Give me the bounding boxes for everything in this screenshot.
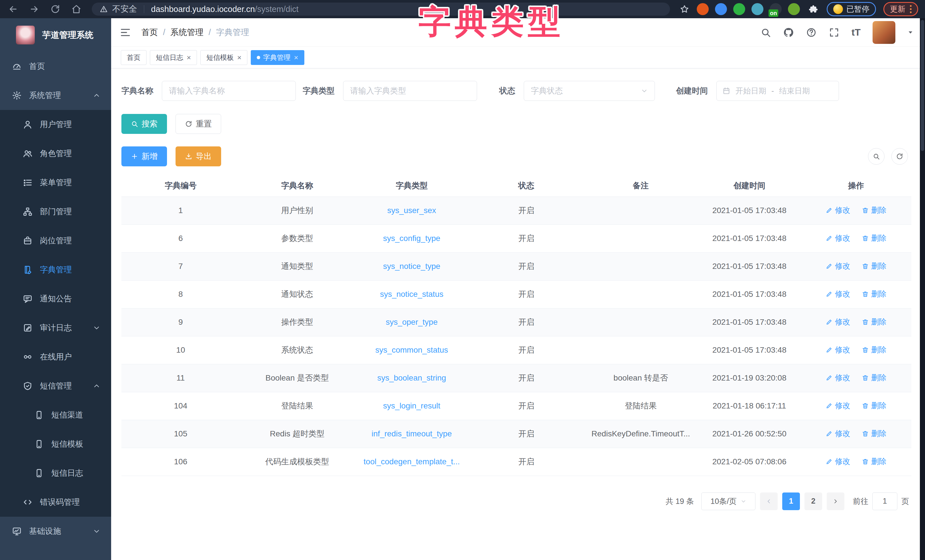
cell-type-link[interactable]: sys_common_status	[354, 336, 469, 364]
help-icon[interactable]	[806, 27, 817, 38]
cell-type-link[interactable]: sys_user_sex	[354, 197, 469, 224]
edit-link[interactable]: 修改	[826, 345, 850, 355]
refresh-table-button[interactable]	[891, 148, 908, 165]
address-bar[interactable]: 不安全 dashboard.yudao.iocoder.cn/system/di…	[92, 3, 670, 16]
sidebar-item[interactable]: 在线用户	[0, 342, 111, 372]
github-icon[interactable]	[783, 27, 794, 38]
font-size-icon[interactable]: tT	[851, 27, 860, 38]
dict-name-input[interactable]	[162, 81, 296, 101]
sidebar-item[interactable]: 基础设施	[0, 517, 111, 546]
sidebar-item[interactable]: 字典管理	[0, 255, 111, 284]
page-button[interactable]: 2	[804, 492, 822, 510]
reload-icon[interactable]	[50, 4, 60, 14]
extension-icon[interactable]: on	[770, 3, 782, 15]
tab[interactable]: 短信日志 ×	[150, 50, 197, 65]
hamburger-icon[interactable]	[120, 27, 131, 38]
tab[interactable]: 首页 ×	[121, 50, 146, 65]
sidebar-item[interactable]: 岗位管理	[0, 226, 111, 255]
sidebar-item[interactable]: 短信渠道	[0, 400, 111, 429]
avatar[interactable]	[872, 21, 895, 44]
fullscreen-icon[interactable]	[829, 27, 839, 38]
forward-icon[interactable]	[29, 4, 39, 14]
cell-type-link[interactable]: sys_notice_type	[354, 252, 469, 280]
delete-link[interactable]: 删除	[862, 233, 887, 243]
delete-link[interactable]: 删除	[862, 456, 887, 467]
edit-link[interactable]: 修改	[826, 317, 850, 327]
export-button[interactable]: 导出	[176, 146, 221, 166]
extension-icon[interactable]	[788, 3, 800, 15]
search-icon[interactable]	[760, 27, 771, 38]
status-select[interactable]: 字典状态	[524, 81, 655, 101]
sidebar-item[interactable]: 审计日志	[0, 313, 111, 342]
page-button[interactable]: 1	[782, 492, 800, 510]
next-page-button[interactable]	[827, 492, 844, 510]
cell-type-link[interactable]: sys_login_result	[354, 392, 469, 420]
sidebar-item[interactable]: 短信日志	[0, 459, 111, 488]
paused-pill[interactable]: 已暂停	[827, 2, 876, 16]
delete-link[interactable]: 删除	[862, 289, 887, 299]
sidebar-item[interactable]: 系统管理	[0, 81, 111, 110]
cell-type-link[interactable]: sys_notice_status	[354, 280, 469, 308]
tab[interactable]: 短信模板 ×	[200, 50, 247, 65]
sidebar-item[interactable]: 短信模板	[0, 429, 111, 459]
reset-button[interactable]: 重置	[176, 114, 221, 134]
dict-icon	[23, 265, 33, 275]
edit-link[interactable]: 修改	[826, 428, 850, 439]
delete-link[interactable]: 删除	[862, 373, 887, 383]
close-icon[interactable]: ×	[187, 54, 191, 61]
dict-type-input[interactable]	[343, 81, 477, 101]
extension-icon[interactable]	[697, 3, 709, 15]
caret-down-icon[interactable]	[907, 29, 914, 36]
scrollbar[interactable]	[920, 18, 925, 560]
edit-link[interactable]: 修改	[826, 233, 850, 243]
search-button[interactable]: 搜索	[121, 114, 167, 134]
show-search-button[interactable]	[868, 148, 884, 165]
delete-link[interactable]: 删除	[862, 317, 887, 327]
sidebar-item[interactable]: 错误码管理	[0, 488, 111, 517]
scrollbar-thumb[interactable]	[921, 20, 924, 151]
cell-type-link[interactable]: tool_codegen_template_t...	[354, 448, 469, 476]
delete-link[interactable]: 删除	[862, 400, 887, 411]
back-icon[interactable]	[8, 4, 18, 14]
delete-link[interactable]: 删除	[862, 261, 887, 271]
sidebar-item[interactable]: 短信管理	[0, 372, 111, 400]
prev-page-button[interactable]	[760, 492, 778, 510]
sidebar-item[interactable]: 菜单管理	[0, 168, 111, 197]
app-logo-row[interactable]: 芋道管理系统	[0, 18, 111, 52]
browser-menu-icon[interactable]	[910, 5, 911, 13]
delete-link[interactable]: 删除	[862, 428, 887, 439]
sidebar-item[interactable]: 部门管理	[0, 197, 111, 226]
sidebar-item[interactable]: 首页	[0, 52, 111, 81]
goto-page-input[interactable]	[872, 492, 897, 510]
update-button[interactable]: 更新	[883, 2, 918, 16]
edit-link[interactable]: 修改	[826, 289, 850, 299]
edit-link[interactable]: 修改	[826, 261, 850, 271]
sidebar-item[interactable]: 通知公告	[0, 284, 111, 313]
extension-icon[interactable]	[733, 3, 745, 15]
breadcrumb-home[interactable]: 首页	[142, 27, 158, 38]
sidebar-item[interactable]: 用户管理	[0, 110, 111, 139]
add-button[interactable]: 新增	[121, 146, 167, 166]
cell-type-link[interactable]: sys_config_type	[354, 224, 469, 252]
home-icon[interactable]	[71, 4, 81, 14]
cell-type-link[interactable]: sys_boolean_string	[354, 364, 469, 392]
extensions-puzzle-icon[interactable]	[807, 3, 819, 15]
date-range-picker[interactable]: 开始日期 - 结束日期	[716, 81, 839, 101]
edit-link[interactable]: 修改	[826, 400, 850, 411]
bookmark-star-icon[interactable]	[679, 4, 689, 14]
edit-link[interactable]: 修改	[826, 456, 850, 467]
extension-icon[interactable]	[715, 3, 727, 15]
page-size-select[interactable]: 10条/页	[701, 492, 755, 510]
edit-link[interactable]: 修改	[826, 205, 850, 215]
sidebar-item[interactable]: 角色管理	[0, 139, 111, 168]
edit-link[interactable]: 修改	[826, 373, 850, 383]
tab[interactable]: 字典管理 ×	[251, 50, 304, 65]
cell-type-link[interactable]: inf_redis_timeout_type	[354, 420, 469, 448]
close-icon[interactable]: ×	[294, 54, 298, 61]
breadcrumb-system[interactable]: 系统管理	[170, 27, 203, 38]
delete-link[interactable]: 删除	[862, 205, 887, 215]
cell-type-link[interactable]: sys_oper_type	[354, 308, 469, 336]
delete-link[interactable]: 删除	[862, 345, 887, 355]
close-icon[interactable]: ×	[237, 54, 241, 61]
extension-icon[interactable]	[752, 3, 764, 15]
